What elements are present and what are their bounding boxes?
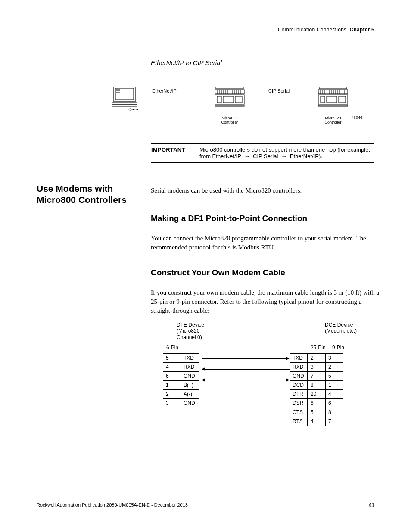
paragraph-cable: If you construct your own modem cable, t… bbox=[151, 288, 379, 315]
wire-rxd bbox=[205, 369, 290, 370]
computer-icon bbox=[111, 86, 141, 113]
svg-rect-6 bbox=[112, 104, 137, 107]
svg-rect-10 bbox=[223, 96, 234, 103]
arrow-right-icon bbox=[286, 357, 290, 360]
table-row: 81 bbox=[308, 381, 343, 390]
dce-signal-table: TXD RXD GND DCD DTR DSR CTS RTS bbox=[290, 353, 308, 426]
table-row: DTR bbox=[290, 390, 308, 399]
table-row: 58 bbox=[308, 408, 343, 417]
table-row: TXD bbox=[290, 354, 308, 363]
table-row: 4RXD bbox=[163, 363, 199, 372]
publication-info: Rockwell Automation Publication 2080-UM0… bbox=[37, 502, 188, 508]
svg-rect-8 bbox=[215, 95, 244, 104]
table-row: 204 bbox=[308, 390, 343, 399]
table-row: 3GND bbox=[163, 399, 199, 408]
dce-pin-table: 23 32 75 81 204 66 58 47 bbox=[308, 353, 343, 426]
link-label-ethernetip: EtherNet/IP bbox=[152, 88, 177, 93]
controller-icon bbox=[215, 87, 245, 107]
page-footer: Rockwell Automation Publication 2080-UM0… bbox=[37, 502, 374, 508]
controller-icon bbox=[318, 87, 348, 107]
important-text: Micro800 controllers do not support more… bbox=[199, 146, 374, 160]
svg-rect-29 bbox=[327, 96, 337, 103]
arrow-left-icon bbox=[202, 367, 205, 371]
table-row: 66 bbox=[308, 399, 343, 408]
wire-txd bbox=[202, 358, 286, 359]
table-row: 75 bbox=[308, 372, 343, 381]
table-row: 32 bbox=[308, 363, 343, 372]
svg-rect-1 bbox=[115, 88, 134, 100]
table-row: GND bbox=[290, 372, 308, 381]
table-row: 23 bbox=[308, 354, 343, 363]
col-label-9pin: 9-Pin bbox=[332, 345, 344, 351]
link-label-cipserial: CIP Serial bbox=[268, 88, 290, 93]
section-heading: Use Modems with Micro800 Controllers bbox=[37, 183, 136, 206]
svg-rect-44 bbox=[319, 87, 347, 89]
svg-rect-11 bbox=[235, 96, 242, 103]
svg-rect-9 bbox=[217, 96, 221, 103]
table-row: 2A(-) bbox=[163, 390, 199, 399]
svg-rect-27 bbox=[318, 95, 348, 104]
table-row: DSR bbox=[290, 399, 308, 408]
figure-ref-id: 46046 bbox=[352, 115, 362, 120]
network-diagram: EtherNet/IP Micro820 Controller CIP Seri… bbox=[111, 86, 363, 125]
table-row: 6GND bbox=[163, 372, 199, 381]
intro-paragraph: Serial modems can be used with the Micro… bbox=[151, 186, 375, 195]
header-chapter: Chapter 5 bbox=[348, 27, 374, 33]
page-number: 41 bbox=[369, 502, 374, 508]
svg-rect-25 bbox=[216, 87, 243, 89]
page-header: Communication Connections Chapter 5 bbox=[37, 27, 374, 33]
wire-gnd bbox=[205, 380, 286, 380]
svg-rect-30 bbox=[339, 96, 346, 103]
figure-title: EtherNet/IP to CIP Serial bbox=[151, 59, 222, 66]
pinout-diagram: DTE Device (Micro820 Channel 0) DCE Devi… bbox=[163, 322, 370, 444]
dte-device-label: DTE Device (Micro820 Channel 0) bbox=[177, 322, 204, 340]
col-label-25pin: 25-Pin bbox=[311, 345, 326, 351]
svg-rect-5 bbox=[112, 103, 137, 104]
table-row: 5TXD bbox=[163, 354, 199, 363]
table-row: RTS bbox=[290, 417, 308, 426]
important-label: IMPORTANT bbox=[151, 146, 199, 160]
subheading-cable: Construct Your Own Modem Cable bbox=[151, 268, 285, 277]
dce-device-label: DCE Device (Modem, etc.) bbox=[325, 322, 357, 340]
arrow-left-icon bbox=[202, 378, 205, 382]
table-row: 1B(+) bbox=[163, 381, 199, 390]
table-row: 47 bbox=[308, 417, 343, 426]
table-row: DCD bbox=[290, 381, 308, 390]
svg-rect-45 bbox=[318, 105, 348, 106]
header-section: Communication Connections bbox=[278, 27, 346, 33]
paragraph-df1: You can connect the Micro820 programmabl… bbox=[151, 234, 375, 252]
dte-pin-table: 5TXD 4RXD 6GND 1B(+) 2A(-) 3GND bbox=[163, 353, 199, 408]
svg-rect-26 bbox=[215, 105, 244, 106]
important-callout: IMPORTANT Micro800 controllers do not su… bbox=[151, 143, 374, 163]
col-label-6pin: 6-Pin bbox=[166, 345, 178, 351]
table-row: CTS bbox=[290, 408, 308, 417]
subheading-df1: Making a DF1 Point-to-Point Connection bbox=[151, 214, 307, 223]
table-row: RXD bbox=[290, 363, 308, 372]
controller-label-2: Micro820 Controller bbox=[320, 116, 346, 125]
arrow-right-icon bbox=[286, 378, 290, 382]
svg-rect-28 bbox=[321, 96, 325, 103]
controller-label-1: Micro820 Controller bbox=[217, 116, 243, 125]
